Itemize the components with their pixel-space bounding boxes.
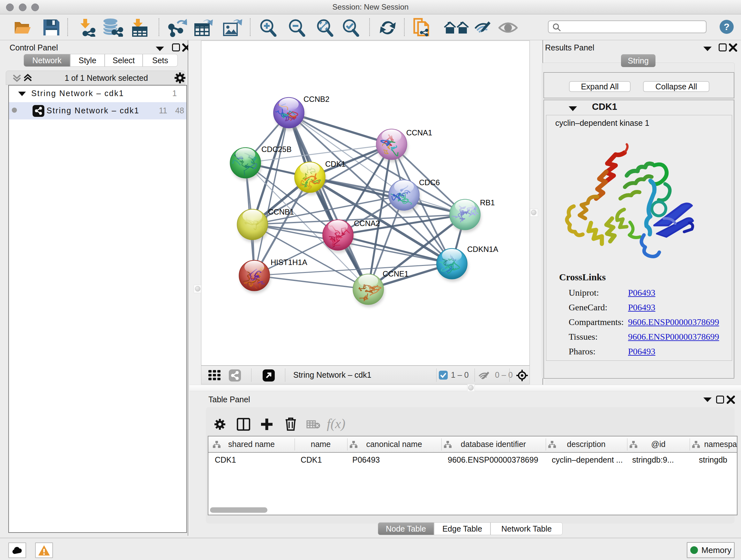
svg-text:RB1: RB1 [480, 198, 495, 207]
svg-text:?: ? [724, 21, 730, 32]
svg-text:CCNB2: CCNB2 [304, 95, 329, 104]
svg-text:HIST1H1A: HIST1H1A [271, 258, 307, 266]
svg-text:CCNE1: CCNE1 [383, 269, 408, 278]
svg-text:CDKN1A: CDKN1A [467, 245, 498, 253]
svg-text:CDC6: CDC6 [419, 178, 440, 187]
svg-text:CCNA1: CCNA1 [406, 128, 432, 137]
svg-text:CCNB1: CCNB1 [268, 207, 294, 216]
svg-text:CCNA2: CCNA2 [354, 219, 380, 228]
svg-text:CDK1: CDK1 [325, 160, 346, 168]
svg-text:CDC25B: CDC25B [261, 145, 292, 153]
